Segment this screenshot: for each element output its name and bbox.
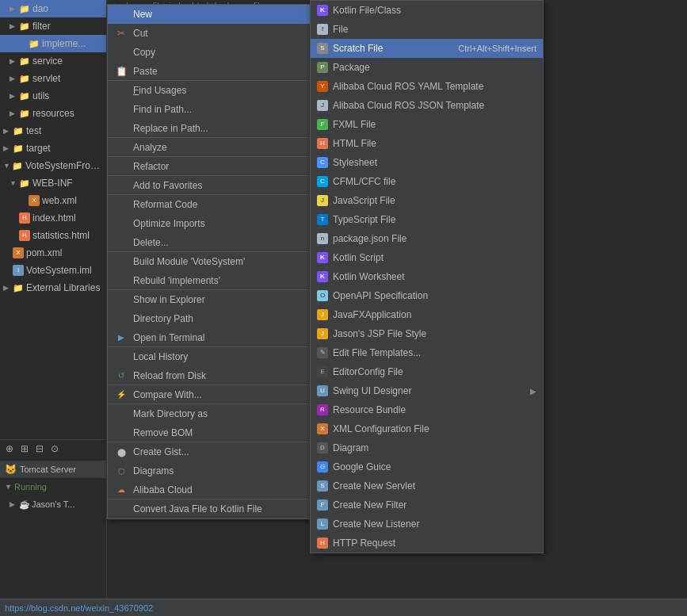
tomcat-server-row[interactable]: 🐱 Tomcat Server [0,461,107,478]
submenu-item-file[interactable]: f File [311,20,543,39]
submenu-item-stylesheet[interactable]: C Stylesheet [311,153,543,172]
submenu-item-editorconfig[interactable]: E EditorConfig File [311,362,543,381]
submenu-item-label: Create New Filter [333,499,536,511]
submenu-item-label: Alibaba Cloud ROS YAML Template [333,81,536,92]
sidebar-item-pomxml[interactable]: X pom.xml [0,244,106,262]
submenu-item-label: package.json File [333,233,536,244]
folder-icon [19,55,30,67]
scissors-icon: ✂ [114,27,128,40]
arrow-icon [10,75,17,82]
submenu-item-scratch[interactable]: S Scratch File Ctrl+Alt+Shift+Insert [311,39,543,58]
reformat-icon [114,198,128,211]
sidebar-item-resources[interactable]: resources [0,105,106,122]
submenu-item-label: Stylesheet [333,157,536,168]
sidebar-item-utils[interactable]: utils [0,87,106,105]
github-icon: ⬤ [114,446,128,458]
submenu-item-kotlin-script[interactable]: K Kotlin Script [311,248,543,267]
submenu-item-edit-templates[interactable]: ✎ Edit File Templates... [311,343,543,362]
json-icon: J [317,100,328,111]
toolbar-icon-4[interactable]: ⊙ [48,442,61,455]
submenu-item-alibaba-json[interactable]: J Alibaba Cloud ROS JSON Template [311,96,543,115]
build-icon [114,255,128,268]
submenu-item-label: Create New Listener [333,518,536,530]
submenu-item-openapi[interactable]: O OpenAPI Specification [311,286,543,305]
pkg-icon: P [317,62,328,73]
sidebar-item-label: impleme... [42,38,86,49]
submenu-item-js[interactable]: J JavaScript File [311,191,543,210]
submenu-item-swing[interactable]: U Swing UI Designer ▶ [311,381,543,400]
submenu-item-label: Kotlin File/Class [333,5,536,16]
sidebar-item-ext-libs[interactable]: External Libraries [0,279,106,297]
submenu-item-listener[interactable]: L Create New Listener [311,515,543,534]
submenu-item-xml-config[interactable]: X XML Configuration File [311,419,543,438]
submenu-item-resource-bundle[interactable]: R Resource Bundle [311,400,543,419]
sidebar-item-filter[interactable]: filter [0,17,106,35]
tomcat-label: Tomcat Server [20,465,76,474]
sidebar-item-label: pom.xml [26,247,62,258]
sidebar: dao filter impleme... service servlet ut… [0,0,107,616]
html-icon: H [19,230,30,241]
sidebar-item-servlet[interactable]: servlet [0,70,106,87]
arrow-icon [3,144,11,152]
submenu-item-filter[interactable]: F Create New Filter [311,495,543,515]
find-path-icon [114,103,128,116]
submenu-item-label: TypeScript File [333,214,536,225]
sidebar-item-test[interactable]: test [0,122,106,140]
submenu-item-kotlin-file[interactable]: K Kotlin File/Class [311,1,543,20]
arrow-icon [10,92,17,100]
jasons-icon: ☕ [19,499,30,510]
running-row[interactable]: Running [0,478,107,495]
js-icon: J [317,195,328,206]
submenu-item-jsp[interactable]: J Jason's JSP File Style [311,324,543,343]
analyze-icon [114,141,128,154]
submenu-item-ts[interactable]: T TypeScript File [311,210,543,229]
editorconfig-icon: E [317,366,328,377]
sidebar-item-iml[interactable]: I VoteSystem.iml [0,262,106,279]
folder-icon [13,125,24,136]
sidebar-item-indexhtml[interactable]: H index.html [0,209,106,227]
sidebar-item-implements[interactable]: impleme... [0,35,106,52]
submenu-item-http[interactable]: H HTTP Request [311,534,543,553]
sidebar-item-webinf[interactable]: WEB-INF [0,174,106,192]
submenu-item-label: OpenAPI Specification [333,290,536,301]
submenu-item-label: Edit File Templates... [333,347,536,358]
submenu-item-cfml[interactable]: C CFML/CFC file [311,172,543,191]
optimize-icon [114,217,128,230]
iml-icon: I [13,265,24,276]
new-icon [114,8,128,21]
favorites-icon [114,179,128,192]
sidebar-item-votesystem[interactable]: VoteSystemFrontPa... [0,157,106,174]
sidebar-item-target[interactable]: target [0,140,106,157]
submenu-item-guice[interactable]: G Google Guice [311,457,543,476]
toolbar-icon-1[interactable]: ⊕ [3,442,16,455]
sidebar-item-dao[interactable]: dao [0,0,106,17]
submenu-item-package[interactable]: P Package [311,58,543,77]
submenu-item-diagram[interactable]: D Diagram [311,438,543,457]
sidebar-item-webxml[interactable]: X web.xml [0,192,106,209]
running-label: Running [14,482,47,492]
xml-icon: X [29,195,40,206]
arrow-icon [10,109,17,117]
submenu-item-alibaba-yaml[interactable]: Y Alibaba Cloud ROS YAML Template [311,77,543,96]
toolbar-icon-2[interactable]: ⊞ [18,442,31,455]
convert-icon [114,503,128,515]
sidebar-item-service[interactable]: service [0,52,106,70]
sidebar-item-label: External Libraries [26,282,100,293]
submenu-item-fxml[interactable]: F FXML File [311,115,543,134]
jasons-t-row[interactable]: ☕ Jason's T... [0,495,107,513]
bottom-bar-url[interactable]: https://blog.csdn.net/weixin_43670902 [5,603,153,613]
submenu-item-label: EditorConfig File [333,366,536,377]
toolbar-icon-3[interactable]: ⊟ [33,442,46,455]
submenu-item-servlet[interactable]: S Create New Servlet [311,476,543,495]
sidebar-item-statistics[interactable]: H statistics.html [0,227,106,244]
submenu-item-packagejson[interactable]: n package.json File [311,229,543,248]
compare-icon: ⚡ [114,388,128,401]
rebuild-icon [114,274,128,287]
directory-icon [114,312,128,325]
fxml-icon: F [317,119,328,130]
submenu-item-kotlin-worksheet[interactable]: K Kotlin Worksheet [311,267,543,286]
folder-icon [13,282,24,293]
refactor-icon [114,160,128,173]
submenu-item-javafx[interactable]: J JavaFXApplication [311,305,543,324]
submenu-item-html[interactable]: H HTML File [311,134,543,153]
